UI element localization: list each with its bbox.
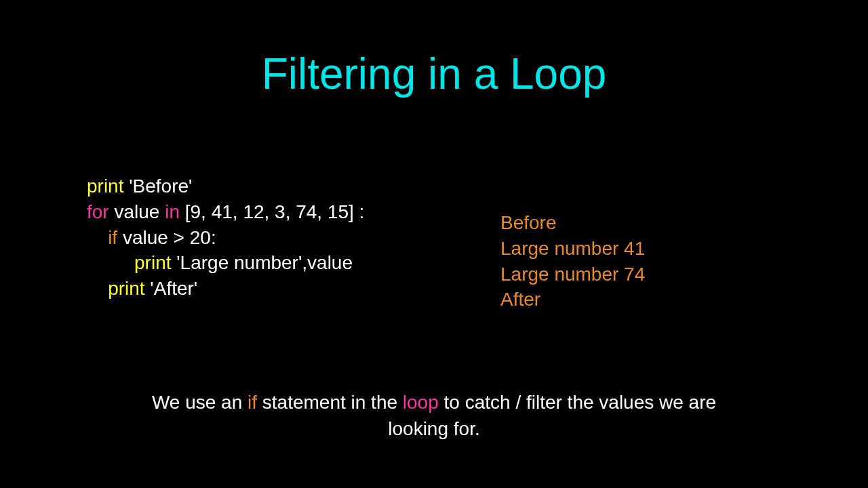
output-line: Large number 41 xyxy=(500,236,645,262)
indent xyxy=(87,278,108,299)
kw-print: print xyxy=(87,176,123,197)
caption-text: statement in the xyxy=(257,392,403,413)
slide-title: Filtering in a Loop xyxy=(0,0,868,99)
kw-if: if xyxy=(108,227,117,248)
code-line-1: print 'Before' xyxy=(87,174,467,199)
kw-print: print xyxy=(108,278,144,299)
code-line-3: if value > 20: xyxy=(87,225,467,251)
code-text: 'Before' xyxy=(123,176,192,197)
slide-caption: We use an if statement in the loop to ca… xyxy=(0,389,868,442)
caption-text: We use an xyxy=(152,392,248,413)
kw-print: print xyxy=(134,252,171,273)
output-block: Before Large number 41 Large number 74 A… xyxy=(500,210,645,312)
output-line: Large number 74 xyxy=(500,262,645,287)
code-text: 'Large number', xyxy=(171,252,307,273)
code-line-5: print 'After' xyxy=(87,276,467,302)
kw-for: for xyxy=(87,201,109,222)
kw-in: in xyxy=(165,201,180,222)
code-text: value xyxy=(307,252,353,273)
code-text: value xyxy=(109,201,165,222)
code-text: value > 20: xyxy=(117,227,216,248)
output-line: After xyxy=(500,287,645,312)
code-block: print 'Before' for value in [9, 41, 12, … xyxy=(87,174,467,302)
output-line: Before xyxy=(500,210,645,236)
indent xyxy=(87,227,108,248)
code-text: 'After' xyxy=(145,278,198,299)
code-line-2: for value in [9, 41, 12, 3, 74, 15] : xyxy=(87,199,467,225)
indent xyxy=(87,252,134,273)
code-text: [9, 41, 12, 3, 74, 15] : xyxy=(180,201,364,222)
caption-kw-loop: loop xyxy=(403,392,439,413)
slide-content: print 'Before' for value in [9, 41, 12, … xyxy=(0,174,868,312)
code-line-4: print 'Large number',value xyxy=(87,250,467,276)
caption-kw-if: if xyxy=(248,392,257,413)
